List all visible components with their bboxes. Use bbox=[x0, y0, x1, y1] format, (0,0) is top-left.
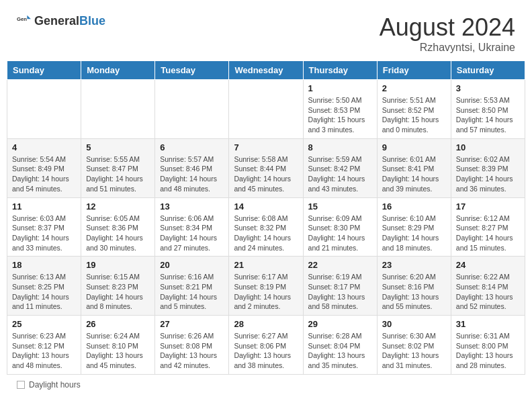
calendar-cell: 29Sunrise: 6:28 AM Sunset: 8:04 PM Dayli… bbox=[303, 316, 377, 375]
day-info: Sunrise: 5:53 AM Sunset: 8:50 PM Dayligh… bbox=[456, 95, 520, 135]
day-info: Sunrise: 6:10 AM Sunset: 8:29 PM Dayligh… bbox=[382, 214, 446, 253]
day-number: 13 bbox=[160, 201, 224, 212]
calendar-cell: 18Sunrise: 6:13 AM Sunset: 8:25 PM Dayli… bbox=[7, 257, 81, 316]
day-number: 30 bbox=[382, 319, 446, 329]
day-number: 15 bbox=[308, 201, 372, 212]
column-header-sunday: Sunday bbox=[7, 61, 81, 80]
day-info: Sunrise: 5:55 AM Sunset: 8:47 PM Dayligh… bbox=[86, 154, 150, 194]
column-header-monday: Monday bbox=[81, 61, 155, 80]
calendar-cell: 28Sunrise: 6:27 AM Sunset: 8:06 PM Dayli… bbox=[229, 316, 303, 375]
calendar-cell: 21Sunrise: 6:17 AM Sunset: 8:19 PM Dayli… bbox=[229, 257, 303, 316]
calendar-cell: 22Sunrise: 6:19 AM Sunset: 8:17 PM Dayli… bbox=[303, 257, 377, 316]
svg-text:Gen: Gen bbox=[17, 16, 27, 22]
calendar-cell: 8Sunrise: 5:59 AM Sunset: 8:42 PM Daylig… bbox=[303, 138, 377, 197]
day-number: 2 bbox=[382, 83, 446, 93]
calendar-cell: 17Sunrise: 6:12 AM Sunset: 8:27 PM Dayli… bbox=[451, 197, 525, 257]
logo: Gen GeneralBlue bbox=[17, 13, 105, 28]
calendar-cell: 2Sunrise: 5:51 AM Sunset: 8:52 PM Daylig… bbox=[377, 80, 451, 139]
calendar-footer: Daylight hours bbox=[7, 375, 525, 395]
column-header-wednesday: Wednesday bbox=[229, 61, 303, 80]
calendar-cell bbox=[155, 80, 229, 139]
day-number: 18 bbox=[12, 260, 76, 270]
svg-marker-1 bbox=[27, 15, 31, 19]
daylight-label: Daylight hours bbox=[29, 380, 81, 390]
day-number: 3 bbox=[456, 83, 520, 93]
day-info: Sunrise: 6:09 AM Sunset: 8:30 PM Dayligh… bbox=[308, 214, 372, 253]
day-info: Sunrise: 6:19 AM Sunset: 8:17 PM Dayligh… bbox=[308, 272, 372, 312]
calendar-cell: 25Sunrise: 6:23 AM Sunset: 8:12 PM Dayli… bbox=[7, 316, 81, 375]
calendar-cell bbox=[229, 80, 303, 139]
day-info: Sunrise: 6:28 AM Sunset: 8:04 PM Dayligh… bbox=[308, 331, 372, 371]
day-info: Sunrise: 6:16 AM Sunset: 8:21 PM Dayligh… bbox=[160, 272, 224, 312]
calendar-cell: 14Sunrise: 6:08 AM Sunset: 8:32 PM Dayli… bbox=[229, 197, 303, 257]
calendar-cell bbox=[7, 80, 81, 139]
day-number: 24 bbox=[456, 260, 520, 270]
calendar-cell: 6Sunrise: 5:57 AM Sunset: 8:46 PM Daylig… bbox=[155, 138, 229, 197]
day-info: Sunrise: 6:15 AM Sunset: 8:23 PM Dayligh… bbox=[86, 272, 150, 312]
calendar-cell: 30Sunrise: 6:30 AM Sunset: 8:02 PM Dayli… bbox=[377, 316, 451, 375]
day-info: Sunrise: 6:20 AM Sunset: 8:16 PM Dayligh… bbox=[382, 272, 446, 312]
calendar-cell: 31Sunrise: 6:31 AM Sunset: 8:00 PM Dayli… bbox=[451, 316, 525, 375]
day-number: 1 bbox=[308, 83, 372, 93]
day-number: 4 bbox=[12, 142, 76, 152]
calendar-cell: 13Sunrise: 6:06 AM Sunset: 8:34 PM Dayli… bbox=[155, 197, 229, 257]
day-info: Sunrise: 6:31 AM Sunset: 8:00 PM Dayligh… bbox=[456, 331, 520, 371]
calendar-cell: 5Sunrise: 5:55 AM Sunset: 8:47 PM Daylig… bbox=[81, 138, 155, 197]
calendar-cell: 4Sunrise: 5:54 AM Sunset: 8:49 PM Daylig… bbox=[7, 138, 81, 197]
day-number: 9 bbox=[382, 142, 446, 152]
calendar-cell: 7Sunrise: 5:58 AM Sunset: 8:44 PM Daylig… bbox=[229, 138, 303, 197]
column-header-saturday: Saturday bbox=[451, 61, 525, 80]
day-number: 27 bbox=[160, 319, 224, 329]
day-info: Sunrise: 6:03 AM Sunset: 8:37 PM Dayligh… bbox=[12, 214, 76, 253]
calendar-week-row: 1Sunrise: 5:50 AM Sunset: 8:53 PM Daylig… bbox=[7, 80, 525, 139]
column-header-thursday: Thursday bbox=[303, 61, 377, 80]
day-info: Sunrise: 5:57 AM Sunset: 8:46 PM Dayligh… bbox=[160, 154, 224, 194]
calendar-cell: 16Sunrise: 6:10 AM Sunset: 8:29 PM Dayli… bbox=[377, 197, 451, 257]
day-info: Sunrise: 6:01 AM Sunset: 8:41 PM Dayligh… bbox=[382, 154, 446, 194]
day-info: Sunrise: 6:05 AM Sunset: 8:36 PM Dayligh… bbox=[86, 214, 150, 253]
day-number: 28 bbox=[234, 319, 298, 329]
day-number: 23 bbox=[382, 260, 446, 270]
day-info: Sunrise: 5:59 AM Sunset: 8:42 PM Dayligh… bbox=[308, 154, 372, 194]
day-info: Sunrise: 6:23 AM Sunset: 8:12 PM Dayligh… bbox=[12, 331, 76, 371]
day-info: Sunrise: 6:24 AM Sunset: 8:10 PM Dayligh… bbox=[86, 331, 150, 371]
calendar-cell: 10Sunrise: 6:02 AM Sunset: 8:39 PM Dayli… bbox=[451, 138, 525, 197]
day-number: 10 bbox=[456, 142, 520, 152]
day-info: Sunrise: 5:58 AM Sunset: 8:44 PM Dayligh… bbox=[234, 154, 298, 194]
calendar-cell: 3Sunrise: 5:53 AM Sunset: 8:50 PM Daylig… bbox=[451, 80, 525, 139]
calendar-week-row: 18Sunrise: 6:13 AM Sunset: 8:25 PM Dayli… bbox=[7, 257, 525, 316]
day-number: 11 bbox=[12, 201, 76, 212]
location-subtitle: Rzhavyntsi, Ukraine bbox=[380, 42, 515, 54]
day-number: 22 bbox=[308, 260, 372, 270]
day-number: 12 bbox=[86, 201, 150, 212]
month-year-title: August 2024 bbox=[380, 13, 515, 42]
page-header: Gen GeneralBlue August 2024 Rzhavyntsi, … bbox=[7, 7, 525, 57]
day-number: 7 bbox=[234, 142, 298, 152]
day-info: Sunrise: 6:08 AM Sunset: 8:32 PM Dayligh… bbox=[234, 214, 298, 253]
calendar-table: SundayMondayTuesdayWednesdayThursdayFrid… bbox=[7, 60, 525, 375]
logo-icon: Gen bbox=[17, 13, 32, 28]
calendar-cell: 19Sunrise: 6:15 AM Sunset: 8:23 PM Dayli… bbox=[81, 257, 155, 316]
logo-general-text: General bbox=[34, 14, 79, 28]
day-number: 29 bbox=[308, 319, 372, 329]
day-info: Sunrise: 6:17 AM Sunset: 8:19 PM Dayligh… bbox=[234, 272, 298, 312]
day-number: 20 bbox=[160, 260, 224, 270]
day-info: Sunrise: 6:02 AM Sunset: 8:39 PM Dayligh… bbox=[456, 154, 520, 194]
calendar-cell: 26Sunrise: 6:24 AM Sunset: 8:10 PM Dayli… bbox=[81, 316, 155, 375]
day-info: Sunrise: 6:06 AM Sunset: 8:34 PM Dayligh… bbox=[160, 214, 224, 253]
calendar-cell: 15Sunrise: 6:09 AM Sunset: 8:30 PM Dayli… bbox=[303, 197, 377, 257]
calendar-week-row: 11Sunrise: 6:03 AM Sunset: 8:37 PM Dayli… bbox=[7, 197, 525, 257]
day-number: 8 bbox=[308, 142, 372, 152]
day-info: Sunrise: 5:54 AM Sunset: 8:49 PM Dayligh… bbox=[12, 154, 76, 194]
day-number: 14 bbox=[234, 201, 298, 212]
day-info: Sunrise: 5:50 AM Sunset: 8:53 PM Dayligh… bbox=[308, 95, 372, 135]
calendar-cell: 24Sunrise: 6:22 AM Sunset: 8:14 PM Dayli… bbox=[451, 257, 525, 316]
day-number: 5 bbox=[86, 142, 150, 152]
day-info: Sunrise: 6:30 AM Sunset: 8:02 PM Dayligh… bbox=[382, 331, 446, 371]
calendar-header-row: SundayMondayTuesdayWednesdayThursdayFrid… bbox=[7, 61, 525, 80]
day-number: 25 bbox=[12, 319, 76, 329]
daylight-indicator bbox=[17, 381, 25, 389]
day-number: 26 bbox=[86, 319, 150, 329]
column-header-tuesday: Tuesday bbox=[155, 61, 229, 80]
calendar-cell: 12Sunrise: 6:05 AM Sunset: 8:36 PM Dayli… bbox=[81, 197, 155, 257]
